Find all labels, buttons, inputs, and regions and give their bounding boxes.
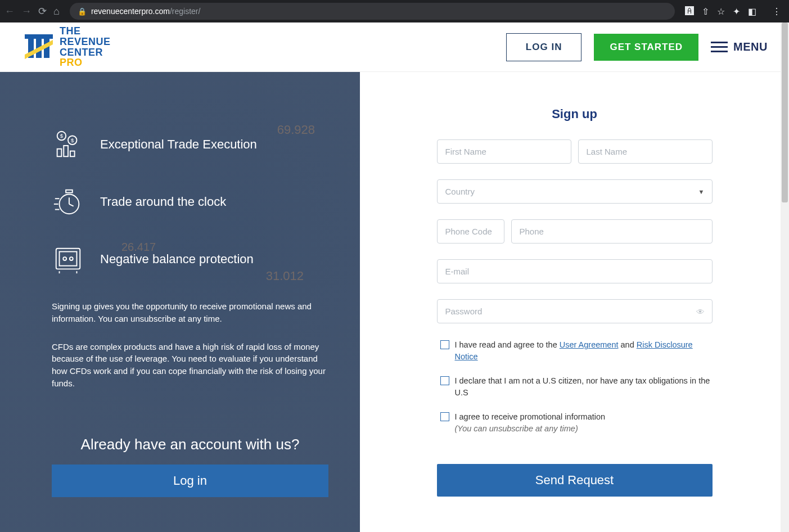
us-citizen-text: I declare that I am not a U.S citizen, n… (455, 375, 713, 399)
feature-title: Exceptional Trade Execution (100, 137, 257, 152)
already-account-block: Already have an account with us? Log in (52, 436, 328, 497)
country-select[interactable] (437, 179, 713, 204)
svg-rect-9 (57, 149, 62, 157)
share-icon[interactable]: ⇧ (702, 6, 709, 17)
browser-chrome: ← → ⟳ ⌂ 🔒 revenuecenterpro.com/register/… (0, 0, 789, 22)
cfd-risk-text: CFDs are complex products and have a hig… (52, 341, 328, 390)
star-icon[interactable]: ☆ (717, 6, 725, 17)
scrollbar-thumb[interactable] (782, 22, 788, 202)
agree-terms-text: I have read and agree to the (455, 340, 560, 349)
kebab-icon[interactable]: ⋮ (772, 6, 781, 17)
scrollbar[interactable] (781, 22, 789, 532)
last-name-field[interactable] (578, 139, 713, 164)
right-panel: Sign up ▼ 👁 (360, 72, 789, 532)
logo-icon (21, 30, 56, 65)
svg-text:$: $ (60, 133, 64, 139)
promo-subtext: (You can unsubscribe at any time) (455, 423, 606, 435)
phone-code-field[interactable] (437, 219, 504, 244)
svg-line-14 (69, 204, 74, 206)
phone-field[interactable] (511, 219, 713, 244)
form-title: Sign up (437, 107, 713, 121)
svg-point-22 (70, 257, 73, 260)
agree-terms-checkbox[interactable] (440, 340, 449, 349)
panel-icon[interactable]: ◧ (748, 6, 756, 17)
send-request-button[interactable]: Send Request (437, 464, 713, 497)
svg-rect-20 (60, 251, 77, 265)
password-field[interactable] (437, 299, 713, 323)
home-icon[interactable]: ⌂ (53, 6, 60, 17)
back-icon[interactable]: ← (4, 6, 15, 17)
promo-text: I agree to receive promotional informati… (455, 411, 606, 423)
feature-protection: Negative balance protection (52, 243, 328, 276)
agree-terms-row: I have read and agree to the User Agreem… (440, 339, 713, 363)
forward-icon[interactable]: → (21, 6, 31, 17)
site-header: THE REVENUE CENTER PRO LOG IN GET STARTE… (0, 22, 789, 72)
eye-icon[interactable]: 👁 (696, 306, 705, 316)
svg-rect-10 (64, 146, 68, 156)
user-agreement-link[interactable]: User Agreement (560, 340, 619, 349)
main-content: 26.417 $ $ Exceptional Trade Execution (0, 72, 789, 532)
first-name-field[interactable] (437, 139, 571, 164)
feature-execution: $ $ Exceptional Trade Execution (52, 128, 328, 161)
extensions-icon[interactable]: ✦ (733, 6, 740, 17)
feature-title: Trade around the clock (100, 195, 226, 209)
site-logo[interactable]: THE REVENUE CENTER PRO (21, 26, 111, 69)
get-started-button[interactable]: GET STARTED (594, 34, 698, 61)
promo-checkbox[interactable] (440, 412, 449, 421)
email-field[interactable] (437, 259, 713, 283)
promo-row: I agree to receive promotional informati… (440, 411, 713, 435)
svg-rect-0 (25, 34, 53, 39)
url-text: revenuecenterpro.com/register/ (91, 7, 201, 16)
logo-text: THE REVENUE CENTER PRO (60, 26, 111, 69)
safe-icon (52, 243, 84, 276)
menu-button[interactable]: MENU (711, 40, 768, 53)
signup-form: Sign up ▼ 👁 (437, 107, 713, 497)
translate-icon[interactable]: 🅰 (685, 6, 694, 16)
decorative-number: 26.417 (121, 241, 156, 254)
promo-info-text: Signing up gives you the opportunity to … (52, 300, 328, 325)
svg-rect-15 (66, 190, 73, 193)
hamburger-icon (711, 42, 728, 52)
svg-point-21 (63, 257, 66, 260)
svg-rect-11 (70, 151, 75, 157)
us-citizen-row: I declare that I am not a U.S citizen, n… (440, 375, 713, 399)
reload-icon[interactable]: ⟳ (38, 5, 47, 17)
menu-label: MENU (733, 40, 768, 53)
address-bar[interactable]: 🔒 revenuecenterpro.com/register/ (70, 3, 675, 20)
login-button[interactable]: LOG IN (506, 33, 582, 61)
lock-icon: 🔒 (78, 7, 87, 16)
stopwatch-icon (52, 186, 84, 218)
feature-title: Negative balance protection (100, 252, 254, 267)
left-panel: 26.417 $ $ Exceptional Trade Execution (0, 72, 360, 532)
left-login-button[interactable]: Log in (52, 465, 328, 497)
us-citizen-checkbox[interactable] (440, 376, 449, 385)
money-chart-icon: $ $ (52, 128, 84, 161)
feature-clock: Trade around the clock (52, 186, 328, 218)
already-title: Already have an account with us? (52, 436, 328, 453)
svg-text:$: $ (71, 137, 74, 143)
